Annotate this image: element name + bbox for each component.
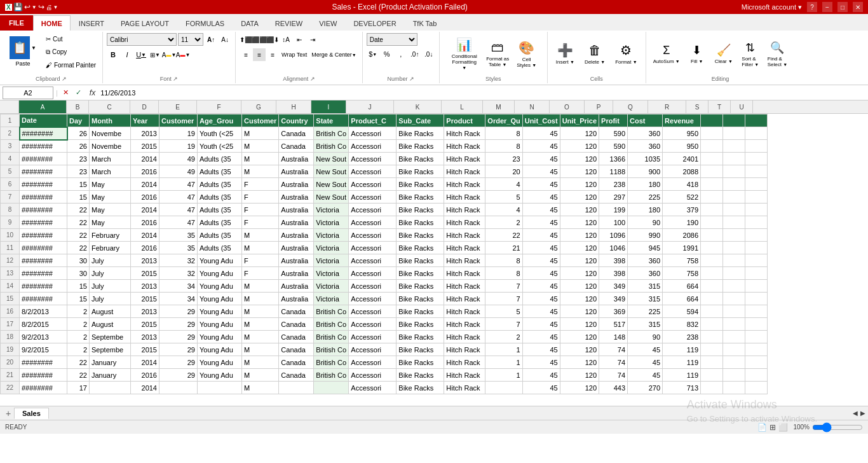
cell-n11[interactable]: 45 (522, 242, 560, 254)
cell-e11[interactable]: 35 (159, 242, 198, 254)
cell-q22[interactable]: 270 (628, 382, 663, 394)
cell-a14[interactable]: ######## (20, 280, 67, 293)
cell-t10[interactable] (723, 229, 745, 242)
cell-o7[interactable]: 120 (560, 191, 599, 204)
cell-i20[interactable]: British Co (314, 356, 349, 369)
cell-m1[interactable]: Order_Qu (485, 114, 522, 127)
cell-m9[interactable]: 2 (485, 216, 522, 229)
cell-i10[interactable]: Victoria (314, 229, 349, 242)
cell-g1[interactable]: Customer (242, 114, 279, 127)
tab-tfk[interactable]: TfK Tab (405, 15, 445, 31)
cell-e4[interactable]: 49 (159, 153, 198, 165)
cell-g15[interactable]: M (242, 293, 279, 305)
cell-f22[interactable] (198, 382, 242, 394)
cell-b20[interactable]: 22 (67, 356, 90, 369)
cell-a20[interactable]: ######## (20, 356, 67, 369)
cell-s17[interactable] (701, 318, 723, 331)
cell-u14[interactable] (745, 280, 768, 293)
cell-i12[interactable]: Victoria (314, 254, 349, 267)
cell-p7[interactable]: 297 (599, 191, 628, 204)
cell-t18[interactable] (723, 331, 745, 343)
delete-btn[interactable]: 🗑 Delete ▼ (580, 41, 609, 67)
col-header-c[interactable]: C (89, 100, 130, 113)
cell-c6[interactable]: May (90, 178, 131, 191)
increase-font-btn[interactable]: A↑ (205, 33, 217, 46)
cell-b16[interactable]: 2 (67, 305, 90, 318)
cell-o6[interactable]: 120 (560, 178, 599, 191)
cell-m11[interactable]: 21 (485, 242, 522, 254)
undo-icon[interactable]: ↩ (24, 3, 31, 11)
cell-h3[interactable]: Canada (279, 140, 314, 153)
cell-f14[interactable]: Young Adu (198, 280, 242, 293)
cell-k16[interactable]: Bike Racks (397, 305, 444, 318)
zoom-slider[interactable] (812, 424, 863, 431)
tab-insert[interactable]: INSERT (71, 15, 112, 31)
cell-l19[interactable]: Hitch Rack (444, 343, 485, 356)
clear-btn[interactable]: 🧹 Clear ▼ (711, 41, 736, 66)
cell-t1[interactable] (723, 114, 745, 127)
cell-c7[interactable]: May (90, 191, 131, 204)
cell-u3[interactable] (745, 140, 768, 153)
cell-o19[interactable]: 120 (560, 343, 599, 356)
col-header-g[interactable]: G (241, 100, 276, 113)
cell-b18[interactable]: 2 (67, 331, 90, 343)
cell-k8[interactable]: Bike Racks (397, 204, 444, 216)
cell-j1[interactable]: Product_C (349, 114, 397, 127)
col-header-u[interactable]: U (731, 100, 753, 113)
cell-b4[interactable]: 23 (67, 153, 90, 165)
cell-e2[interactable]: 19 (159, 127, 198, 140)
tab-view[interactable]: VIEW (311, 15, 345, 31)
cell-o15[interactable]: 120 (560, 293, 599, 305)
font-color-button[interactable]: A ▬ ▼ (177, 48, 189, 61)
cell-c5[interactable]: March (90, 165, 131, 178)
formula-input[interactable] (100, 86, 865, 99)
cell-h14[interactable]: Australia (279, 280, 314, 293)
cell-j3[interactable]: Accessori (349, 140, 397, 153)
cell-f15[interactable]: Young Adu (198, 293, 242, 305)
cell-i16[interactable]: British Co (314, 305, 349, 318)
cell-u19[interactable] (745, 343, 768, 356)
cell-o13[interactable]: 120 (560, 267, 599, 280)
cell-l9[interactable]: Hitch Rack (444, 216, 485, 229)
cell-r21[interactable]: 119 (663, 369, 701, 382)
cell-g10[interactable]: M (242, 229, 279, 242)
cell-a5[interactable]: ######## (20, 165, 67, 178)
cell-a22[interactable]: ######## (20, 382, 67, 394)
cell-f10[interactable]: Adults (35 (198, 229, 242, 242)
cell-r13[interactable]: 758 (663, 267, 701, 280)
cell-r18[interactable]: 238 (663, 331, 701, 343)
cell-p10[interactable]: 1096 (599, 229, 628, 242)
cell-j16[interactable]: Accessori (349, 305, 397, 318)
cell-reference-input[interactable] (3, 86, 53, 99)
cell-c22[interactable] (90, 382, 131, 394)
cell-e15[interactable]: 34 (159, 293, 198, 305)
cell-e3[interactable]: 19 (159, 140, 198, 153)
cell-p6[interactable]: 238 (599, 178, 628, 191)
cell-k10[interactable]: Bike Racks (397, 229, 444, 242)
cell-t17[interactable] (723, 318, 745, 331)
cell-c17[interactable]: August (90, 318, 131, 331)
cell-n18[interactable]: 45 (522, 331, 560, 343)
add-sheet-btn[interactable]: + (3, 408, 14, 419)
cell-u21[interactable] (745, 369, 768, 382)
cell-t4[interactable] (723, 153, 745, 165)
cell-u4[interactable] (745, 153, 768, 165)
merge-center-btn[interactable]: Merge & Center ▼ (309, 48, 358, 61)
cell-p1[interactable]: Profit (599, 114, 628, 127)
cell-d10[interactable]: 2014 (131, 229, 159, 242)
tab-home[interactable]: HOME (33, 15, 71, 31)
cell-f20[interactable]: Young Adu (198, 356, 242, 369)
cell-s20[interactable] (701, 356, 723, 369)
cell-b10[interactable]: 22 (67, 229, 90, 242)
cell-l14[interactable]: Hitch Rack (444, 280, 485, 293)
cell-l18[interactable]: Hitch Rack (444, 331, 485, 343)
cell-q8[interactable]: 180 (628, 204, 663, 216)
cell-t12[interactable] (723, 254, 745, 267)
cell-p22[interactable]: 443 (599, 382, 628, 394)
indent-increase-btn[interactable]: ⇥ (306, 33, 319, 46)
cell-d2[interactable]: 2013 (131, 127, 159, 140)
cell-i15[interactable]: Victoria (314, 293, 349, 305)
cell-s11[interactable] (701, 242, 723, 254)
cell-o4[interactable]: 120 (560, 153, 599, 165)
cell-a12[interactable]: ######## (20, 254, 67, 267)
